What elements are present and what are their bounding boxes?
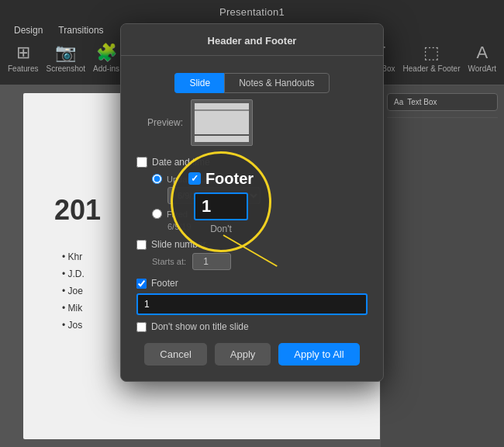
right-panel-separator [387,117,498,118]
header-footer-label: Header & Footer [403,64,461,73]
callout-circle: ✓ Footer 1 Don't [171,151,271,252]
header-footer-icon-group[interactable]: ⬚ Header & Footer [403,43,461,73]
addins-icon-group[interactable]: 🧩 Add-ins [93,43,119,73]
right-btn-icon-1: Aa [394,98,403,106]
starts-at-row: Starts at: [136,253,368,270]
cancel-button[interactable]: Cancel [144,343,206,366]
callout-checkbox-icon: ✓ [188,172,201,185]
dialog-title: Header and Footer [208,35,297,47]
starts-at-label: Starts at: [152,257,186,266]
apply-button[interactable]: Apply [215,343,271,366]
preview-label: Preview: [136,117,183,128]
footer-label[interactable]: Footer [151,278,178,289]
callout-input-display: 1 [194,192,248,220]
dialog-titlebar: Header and Footer [121,24,383,56]
callout-footer-label: ✓ Footer [188,170,254,188]
slide-year: 201 [54,194,101,227]
features-icon-group[interactable]: ⊞ Features [8,43,38,73]
slide-bullets: • Khr • J.D. • Joe • Mik • Jos [62,248,85,334]
wordart-label: WordArt [468,64,497,73]
tab-slide[interactable]: Slide [174,73,224,93]
update-auto-radio[interactable] [152,174,162,184]
apply-to-all-button[interactable]: Apply to All [278,343,359,366]
design-tab[interactable]: Design [8,23,49,38]
date-time-checkbox[interactable] [136,157,147,168]
wordart-icon: A [476,43,488,63]
wordart-icon-group[interactable]: A WordArt [468,43,497,73]
screenshot-icon-group[interactable]: 📷 Screenshot [46,43,85,73]
starts-at-input[interactable] [192,253,231,270]
dont-show-row: Don't show on title slide [136,321,368,332]
footer-checkbox-row: Footer [136,278,368,289]
header-footer-icon: ⬚ [423,43,440,63]
dont-show-label[interactable]: Don't show on title slide [151,321,249,332]
features-icon: ⊞ [16,43,30,63]
tab-notes-handouts[interactable]: Notes & Handouts [224,73,329,93]
app-title: Presentation1 [0,0,504,18]
callout-dont-text: Don't [210,224,232,234]
preview-row: Preview: [136,99,368,146]
dont-show-checkbox[interactable] [136,322,147,332]
right-panel: Aa Text Box [380,85,504,447]
slide-number-checkbox[interactable] [136,240,147,250]
callout-footer-text: Footer [205,170,254,188]
footer-input[interactable] [136,293,368,315]
preview-box [191,99,253,146]
addins-label: Add-ins [93,64,119,73]
footer-checkbox[interactable] [136,279,147,289]
features-label: Features [8,64,38,73]
preview-box-inner [195,103,249,142]
transitions-tab[interactable]: Transitions [52,23,109,38]
addins-icon: 🧩 [96,43,117,63]
footer-section: Footer [136,278,368,315]
screenshot-label: Screenshot [46,64,85,73]
preview-line-bottom [195,134,249,136]
right-panel-btn-1[interactable]: Aa Text Box [387,93,498,111]
preview-line-top [195,109,249,111]
dialog-actions: Cancel Apply Apply to All [136,343,368,369]
right-btn-label-1: Text Box [407,98,437,106]
screenshot-icon: 📷 [55,43,76,63]
dialog-tabs: Slide Notes & Handouts [136,65,368,99]
slide-number-section: Slide number Starts at: [136,239,368,270]
fixed-radio[interactable] [152,209,162,219]
checkmark-icon: ✓ [191,173,198,184]
